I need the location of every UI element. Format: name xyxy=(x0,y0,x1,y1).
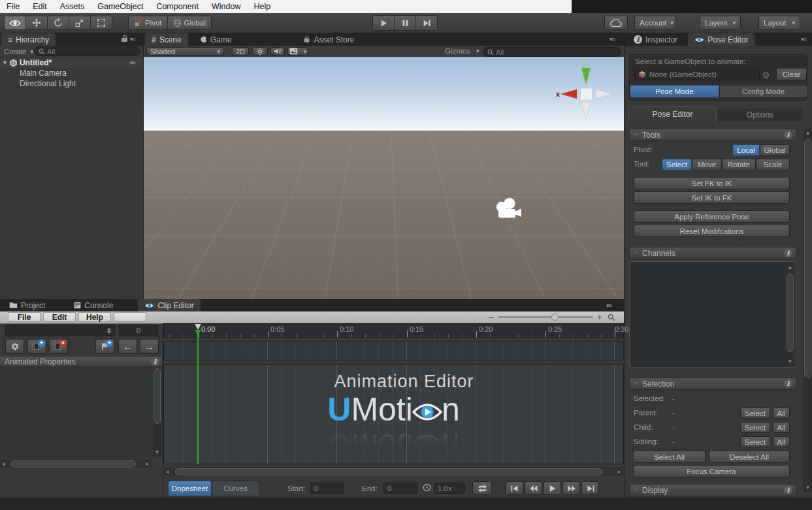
info-icon[interactable]: i xyxy=(784,131,792,139)
add-key-button[interactable]: + xyxy=(95,339,114,354)
menu-gameobject[interactable]: GameObject xyxy=(91,0,150,13)
audio-toggle-button[interactable] xyxy=(270,47,285,56)
effects-dropdown[interactable]: ▾ xyxy=(287,47,308,56)
account-dropdown[interactable]: Account▾ xyxy=(634,16,676,30)
rotate-tool-button[interactable] xyxy=(48,16,69,29)
loop-button[interactable] xyxy=(472,481,492,495)
move-tool-button[interactable] xyxy=(26,16,48,29)
start-field[interactable]: 0 xyxy=(310,483,344,494)
scrollbar-thumb[interactable] xyxy=(804,139,811,377)
playhead-marker[interactable] xyxy=(195,330,201,335)
tab-asset-store[interactable]: Asset Store xyxy=(297,33,361,46)
play-animation-button[interactable] xyxy=(544,481,561,495)
tool-select-button[interactable]: Select xyxy=(662,159,692,170)
clip-menu-file[interactable]: File xyxy=(8,312,41,322)
properties-hscrollbar[interactable]: ◂ ▸ xyxy=(0,459,152,468)
hierarchy-search-input[interactable]: All xyxy=(34,46,140,56)
menu-assets[interactable]: Assets xyxy=(54,0,91,13)
menu-help[interactable]: Help xyxy=(247,0,277,13)
menu-window[interactable]: Window xyxy=(205,0,247,13)
tool-scale-button[interactable]: Scale xyxy=(756,159,790,170)
sibling-all-button[interactable]: All xyxy=(773,436,790,447)
pivot-local-button[interactable]: Local xyxy=(732,144,760,156)
timeline-zoom-slider[interactable] xyxy=(498,316,593,318)
timeline-ruler[interactable]: 0:00 0:05 0:10 0:15 0:20 0:25 0:30 xyxy=(163,323,624,338)
menu-component[interactable]: Component xyxy=(150,0,205,13)
tool-rotate-button[interactable]: Rotate xyxy=(722,159,756,170)
deselect-all-button[interactable]: Deselect All xyxy=(709,451,790,463)
tab-scene[interactable]: #Scene xyxy=(145,33,188,46)
scale-tool-button[interactable] xyxy=(69,16,91,29)
rect-tool-button[interactable] xyxy=(91,16,112,29)
apply-reference-pose-button[interactable]: Apply Reference Pose xyxy=(634,210,790,223)
x-axis-cone[interactable] xyxy=(560,89,577,99)
y-axis-cone[interactable] xyxy=(581,68,591,85)
pivot-global-button[interactable]: Global xyxy=(760,144,790,156)
tools-section-header[interactable]: Toolsi xyxy=(629,129,796,141)
subtab-options[interactable]: Options xyxy=(717,108,804,121)
tab-console[interactable]: Console xyxy=(67,299,120,311)
set-fk-to-ik-button[interactable]: Set FK to IK xyxy=(634,177,790,189)
parent-all-button[interactable]: All xyxy=(773,407,790,419)
pause-button[interactable] xyxy=(395,16,416,30)
reset-modifications-button[interactable]: Reset Modifcations xyxy=(634,225,790,237)
tab-project[interactable]: Project xyxy=(3,299,52,311)
child-all-button[interactable]: All xyxy=(773,422,790,433)
channels-scrollbar[interactable]: ▲ ▼ xyxy=(786,263,794,366)
menu-edit[interactable]: Edit xyxy=(26,0,54,13)
tab-inspector[interactable]: iInspector xyxy=(627,33,684,46)
panel-menu-icon[interactable]: ▾≡ xyxy=(609,36,615,42)
lock-icon[interactable] xyxy=(122,38,127,42)
rewind-button[interactable] xyxy=(525,481,542,495)
info-icon[interactable]: i xyxy=(784,379,792,388)
tab-game[interactable]: Game xyxy=(193,33,238,46)
scroll-left-icon[interactable]: ◂ xyxy=(166,468,169,475)
scroll-down-icon[interactable]: ▼ xyxy=(153,449,161,455)
frame-field[interactable]: 0 xyxy=(119,325,158,336)
scroll-down-icon[interactable]: ▼ xyxy=(804,485,812,490)
scroll-left-icon[interactable]: ◂ xyxy=(2,460,5,467)
hierarchy-item-main-camera[interactable]: Main Camera xyxy=(20,69,67,78)
tab-clip-editor[interactable]: Clip Editor xyxy=(138,299,200,311)
tab-pose-editor[interactable]: Pose Editor xyxy=(688,33,755,46)
zoom-slider-thumb[interactable] xyxy=(551,313,559,321)
clip-select-dropdown[interactable] xyxy=(5,325,115,336)
scrollbar-thumb[interactable] xyxy=(10,460,136,468)
subtab-pose-editor[interactable]: Pose Editor xyxy=(628,106,717,121)
playhead-line[interactable] xyxy=(197,335,199,464)
gameobject-field[interactable]: None (GameObject) xyxy=(634,69,760,80)
scene-viewport[interactable]: y x < Persp xyxy=(144,57,624,299)
animated-properties-list[interactable]: ▼ xyxy=(0,367,163,458)
create-dropdown[interactable]: Create xyxy=(4,48,27,56)
scroll-up-icon[interactable]: ▲ xyxy=(786,264,794,270)
clip-menu-help[interactable]: Help xyxy=(78,312,111,322)
focus-camera-button[interactable]: Focus Camera xyxy=(633,465,790,477)
panel-menu-icon[interactable]: ▾≡ xyxy=(801,36,806,42)
scroll-right-icon[interactable]: ▸ xyxy=(146,460,149,467)
end-field[interactable]: 0 xyxy=(383,483,417,494)
camera-gizmo-icon[interactable] xyxy=(493,197,524,221)
add-clip-button[interactable]: + xyxy=(27,339,46,354)
tool-move-button[interactable]: Move xyxy=(692,159,722,170)
dopesheet-area[interactable]: Animation Editor UMotin UMotin xyxy=(163,364,624,464)
object-picker-icon[interactable]: ⊙ xyxy=(762,70,770,80)
layers-dropdown[interactable]: Layers▾ xyxy=(700,16,741,30)
global-toggle-button[interactable]: Global xyxy=(168,16,211,29)
pose-editor-scrollbar[interactable]: ▲ ▼ xyxy=(804,129,812,492)
channels-list[interactable]: ▲ ▼ xyxy=(629,261,796,368)
properties-scrollbar[interactable]: ▼ xyxy=(153,368,161,456)
sibling-select-button[interactable]: Select xyxy=(740,436,770,447)
playhead-handle[interactable] xyxy=(195,324,201,330)
set-ik-to-fk-button[interactable]: Set IK to FK xyxy=(634,191,790,204)
select-all-button[interactable]: Select All xyxy=(633,451,706,463)
pose-mode-button[interactable]: Pose Mode xyxy=(630,85,719,98)
z-axis-cone[interactable] xyxy=(596,89,612,99)
info-icon[interactable]: i xyxy=(784,249,792,257)
zoom-in-icon[interactable]: + xyxy=(597,312,602,322)
fast-forward-button[interactable] xyxy=(562,481,580,495)
selection-section-header[interactable]: Selectioni xyxy=(629,377,796,390)
2d-toggle-button[interactable]: 2D xyxy=(232,47,249,56)
curves-tab[interactable]: Curves xyxy=(212,481,259,496)
step-button[interactable] xyxy=(416,16,437,30)
gizmos-dropdown[interactable]: Gizmos▾ xyxy=(445,47,479,55)
